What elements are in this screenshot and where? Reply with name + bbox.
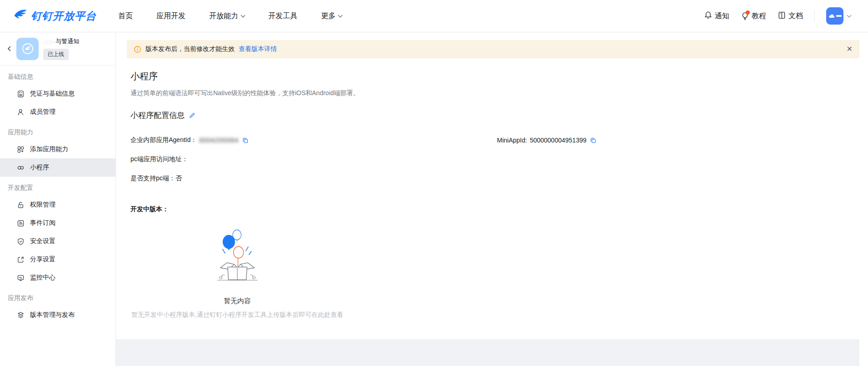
copy-icon[interactable] [590,137,597,144]
pc-support-row: 是否支持pc端： 否 [130,169,497,188]
version-warning-banner: 版本发布后，当前修改才能生效 查看版本详情 ✕ [127,40,859,58]
docs-button[interactable]: 文档 [778,11,803,21]
event-feed-icon [17,219,25,227]
config-grid: 企业内部应用AgentId： 3004200064 pc端应用访问地址： 是否支… [130,131,853,188]
bulb-icon [741,12,749,20]
app-sidebar: ···· 与警通知 已上线 基础信息 凭证与基础信息 成员管理 应用能力 [0,32,116,366]
section-basic-info: 基础信息 [0,66,115,85]
miniapp-icon [17,164,25,172]
org-avatar [826,7,843,25]
menu-home[interactable]: 首页 [118,11,133,21]
account-menu[interactable] [826,7,851,25]
page-title: 小程序 [130,70,853,82]
miniapp-id-label: MiniAppId: [497,137,527,144]
credential-icon [17,90,25,98]
bell-icon [704,11,712,21]
section-dev-config: 开发配置 [0,177,115,196]
chevron-down-icon [241,13,246,17]
app-name-visible: 与警通知 [55,37,79,46]
avatar-text [836,15,842,17]
tutorial-button[interactable]: 教程 [741,11,766,21]
dev-version-label: 开发中版本： [130,205,853,214]
sidebar-item-members[interactable]: 成员管理 [0,103,115,121]
menu-dev-tools[interactable]: 开发工具 [268,11,297,21]
info-icon [134,46,141,53]
app-header: ···· 与警通知 已上线 [0,32,115,66]
sidebar-item-security[interactable]: 安全设置 [0,232,115,250]
sidebar-item-version-management[interactable]: 版本管理与发布 [0,306,115,324]
miniapp-page: 小程序 通过简单的前端语法即可写出Native级别的性能体验，支持iOS和And… [116,58,868,319]
section-app-capability: 应用能力 [0,121,115,140]
config-section-title: 小程序配置信息 [130,110,185,121]
footer-strip [116,339,859,366]
pc-support-value: 否 [176,174,182,183]
sidebar-item-share[interactable]: 分享设置 [0,250,115,269]
config-left-column: 企业内部应用AgentId： 3004200064 pc端应用访问地址： 是否支… [130,131,497,188]
unread-badge [746,10,750,15]
copy-icon[interactable] [242,137,249,144]
sidebar-nav: 基础信息 凭证与基础信息 成员管理 应用能力 添加应用能力 [0,66,115,329]
back-button[interactable] [4,45,15,52]
empty-state-title: 暂无内容 [130,297,344,305]
close-icon[interactable]: ✕ [847,46,853,53]
chevron-down-icon [847,13,852,17]
navbar-actions: 通知 教程 文档 [704,7,851,25]
main-content: 版本发布后，当前修改才能生效 查看版本详情 ✕ 小程序 通过简单的前端语法即可写… [116,32,868,366]
config-right-column: MiniAppId: 5000000004951399 [497,131,597,150]
empty-state-description: 暂无开发中小程序版本,通过钉钉小程序开发工具上传版本后即可在此处查看 [130,311,344,319]
document-icon [778,11,786,21]
pc-support-label: 是否支持pc端： [130,174,176,183]
app-name: ···· 与警通知 [43,37,79,46]
config-section-header: 小程序配置信息 [130,110,853,121]
pc-url-label: pc端应用访问地址： [130,155,188,163]
permission-lock-icon [17,201,25,209]
edit-pencil-icon[interactable] [189,112,196,119]
sidebar-item-event-subscription[interactable]: 事件订阅 [0,214,115,232]
top-navbar: 钉钉开放平台 首页 应用开发 开放能力 开发工具 更多 通知 教程 文档 [0,0,868,32]
menu-app-dev[interactable]: 应用开发 [156,11,186,21]
versions-layers-icon [17,311,25,319]
notifications-button[interactable]: 通知 [704,11,729,21]
sidebar-item-monitoring[interactable]: 监控中心 [0,269,115,287]
app-name-masked: ···· [43,38,55,45]
member-icon [17,108,25,116]
menu-open-capability[interactable]: 开放能力 [209,11,245,21]
status-badge: 已上线 [43,49,69,60]
section-app-release: 应用发布 [0,287,115,306]
monitor-icon [17,274,25,282]
agent-id-value: 3004200064 [199,137,239,144]
page-description: 通过简单的前端语法即可写出Native级别的性能体验，支持iOS和Android… [130,89,853,97]
pc-url-row: pc端应用访问地址： [130,150,497,169]
agent-id-label: 企业内部应用AgentId： [130,136,197,144]
agent-id-row: 企业内部应用AgentId： 3004200064 [130,131,497,150]
add-capability-icon [17,146,25,153]
chevron-down-icon [338,13,343,17]
view-version-details-link[interactable]: 查看版本详情 [239,45,277,53]
share-icon [17,256,25,264]
miniapp-id-value: 5000000004951399 [530,137,587,144]
divider [814,10,815,22]
logo-text: 钉钉开放平台 [31,9,96,23]
banner-text: 版本发布后，当前修改才能生效 [146,45,235,53]
app-icon [16,38,39,60]
shield-icon [17,238,25,245]
dingtalk-wing-icon [14,9,28,23]
sidebar-item-add-capability[interactable]: 添加应用能力 [0,140,115,158]
empty-box-illustration [214,224,261,285]
empty-state: 暂无内容 暂无开发中小程序版本,通过钉钉小程序开发工具上传版本后即可在此处查看 [130,224,344,319]
sidebar-item-credentials[interactable]: 凭证与基础信息 [0,85,115,103]
main-menu: 首页 应用开发 开放能力 开发工具 更多 [118,11,342,21]
sidebar-item-permissions[interactable]: 权限管理 [0,196,115,214]
app-meta: ···· 与警通知 已上线 [43,37,79,60]
menu-more[interactable]: 更多 [321,11,342,21]
sidebar-item-miniapp[interactable]: 小程序 [0,158,115,177]
dingtalk-logo[interactable]: 钉钉开放平台 [14,9,96,23]
